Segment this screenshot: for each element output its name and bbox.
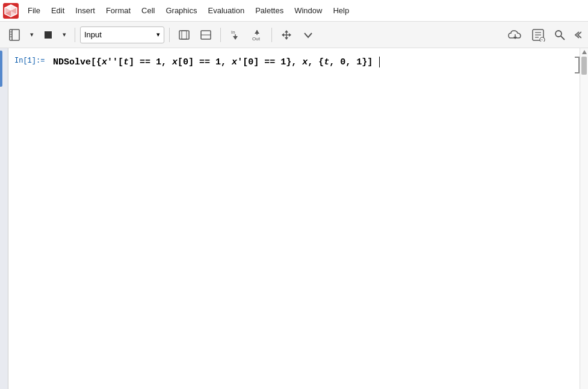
svg-marker-26 bbox=[285, 30, 288, 33]
right-margin[interactable] bbox=[580, 48, 588, 389]
menu-graphics[interactable]: Graphics bbox=[161, 4, 202, 17]
notebook-dropdown-btn[interactable]: ▾ bbox=[26, 26, 37, 43]
svg-marker-27 bbox=[285, 37, 288, 40]
expand-cell-btn[interactable] bbox=[196, 26, 215, 43]
collapse-panel-btn[interactable] bbox=[571, 26, 583, 43]
menu-evaluation[interactable]: Evaluation bbox=[203, 4, 249, 17]
cell-bracket-btn[interactable] bbox=[175, 26, 194, 43]
eval-out-btn[interactable]: Out bbox=[247, 26, 267, 43]
abort-dropdown-btn[interactable]: ▾ bbox=[59, 26, 70, 43]
menu-insert[interactable]: Insert bbox=[70, 4, 100, 17]
notebook-icon-btn[interactable] bbox=[5, 26, 24, 43]
expand2-btn[interactable] bbox=[299, 26, 318, 43]
svg-rect-13 bbox=[45, 31, 52, 39]
cell-label-text: In[1]:= bbox=[14, 57, 45, 65]
svg-text:Out: Out bbox=[252, 36, 261, 42]
menu-format[interactable]: Format bbox=[101, 4, 135, 17]
cloud-btn[interactable] bbox=[505, 26, 525, 43]
svg-marker-40 bbox=[582, 50, 587, 54]
move-btn[interactable] bbox=[277, 26, 296, 43]
notebook-area[interactable]: In[1]:= NDSolve[{x′′[t] == 1, x[0] == 1,… bbox=[8, 48, 580, 389]
svg-line-39 bbox=[561, 36, 565, 40]
left-margin bbox=[0, 48, 8, 389]
svg-point-38 bbox=[556, 31, 562, 37]
menubar: File Edit Insert Format Cell Graphics Ev… bbox=[0, 0, 588, 22]
menu-window[interactable]: Window bbox=[289, 4, 327, 17]
search-btn[interactable] bbox=[551, 26, 569, 43]
svg-marker-29 bbox=[289, 33, 291, 37]
style-dropdown[interactable]: Input Input Output Text ▾ bbox=[80, 26, 164, 43]
svg-marker-23 bbox=[255, 30, 259, 34]
svg-marker-28 bbox=[282, 33, 284, 37]
scrollbar-track[interactable] bbox=[581, 57, 587, 75]
code-x-dd: x′′[t] == 1, x[0] == 1, x′[0] == 1}, x, … bbox=[102, 57, 373, 67]
toolbar: ▾ ▾ Input Input Output Text ▾ bbox=[0, 22, 588, 48]
scrollbar-thumb[interactable] bbox=[581, 57, 587, 75]
svg-text:In: In bbox=[231, 30, 235, 35]
text-cursor bbox=[379, 57, 380, 67]
bracket-bottom bbox=[575, 72, 580, 73]
svg-rect-8 bbox=[10, 30, 19, 40]
abort-btn[interactable] bbox=[40, 26, 57, 43]
menu-palettes[interactable]: Palettes bbox=[250, 4, 288, 17]
cell-bracket bbox=[572, 55, 580, 73]
cell-row-1: In[1]:= NDSolve[{x′′[t] == 1, x[0] == 1,… bbox=[8, 53, 580, 77]
code-nd: NDSolve[{ bbox=[53, 57, 102, 67]
svg-rect-15 bbox=[182, 31, 187, 39]
menu-file[interactable]: File bbox=[23, 4, 45, 17]
menu-help[interactable]: Help bbox=[328, 4, 354, 17]
sep1 bbox=[75, 28, 75, 42]
scroll-up[interactable] bbox=[580, 48, 588, 55]
wolfram-logo[interactable] bbox=[2, 2, 19, 19]
menu-edit[interactable]: Edit bbox=[46, 4, 69, 17]
svg-marker-20 bbox=[233, 36, 238, 40]
svg-rect-14 bbox=[179, 31, 189, 39]
sep2 bbox=[169, 28, 170, 42]
eval-in-btn[interactable]: In bbox=[226, 26, 245, 43]
sep3 bbox=[220, 28, 221, 42]
cell-content-1[interactable]: NDSolve[{x′′[t] == 1, x[0] == 1, x′[0] =… bbox=[51, 55, 572, 70]
sep4 bbox=[271, 28, 272, 42]
menu-cell[interactable]: Cell bbox=[137, 4, 159, 17]
cell-label-in1: In[1]:= bbox=[14, 55, 51, 65]
doc-btn[interactable]: ? bbox=[528, 26, 548, 43]
content-area: In[1]:= NDSolve[{x′′[t] == 1, x[0] == 1,… bbox=[0, 48, 588, 389]
